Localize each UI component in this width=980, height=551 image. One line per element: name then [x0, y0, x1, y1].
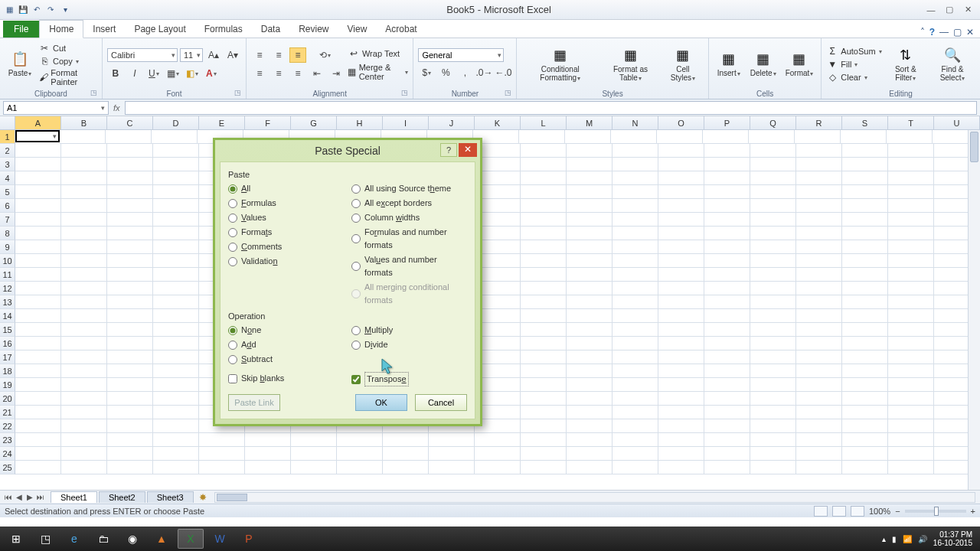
cell[interactable] — [61, 406, 107, 419]
cell[interactable] — [567, 295, 612, 309]
font-size-select[interactable]: 11 — [180, 48, 203, 62]
cell[interactable] — [658, 213, 704, 227]
cell[interactable] — [842, 309, 888, 323]
radio-column-widths[interactable]: Column widths — [351, 211, 467, 224]
cell[interactable] — [612, 323, 658, 337]
cell[interactable] — [704, 323, 750, 337]
column-header[interactable]: D — [153, 116, 199, 129]
sheet-prev-icon[interactable]: ◀ — [14, 493, 24, 501]
cell[interactable] — [153, 227, 199, 240]
sheet-tab-1[interactable]: Sheet1 — [51, 491, 97, 503]
cell[interactable] — [15, 309, 61, 323]
format-cell-button[interactable]: ▦Format▾ — [782, 49, 817, 80]
cell[interactable] — [888, 419, 934, 433]
cell[interactable] — [612, 199, 658, 213]
radio-comments-input[interactable] — [228, 243, 237, 252]
font-color-button[interactable]: A▾ — [203, 66, 220, 81]
cell[interactable] — [107, 295, 153, 309]
cell[interactable] — [842, 447, 888, 461]
cell[interactable] — [704, 213, 750, 227]
column-header[interactable]: E — [199, 116, 245, 129]
taskbar-app-1[interactable]: ◳ — [32, 529, 58, 549]
cell[interactable] — [888, 337, 934, 350]
cell[interactable] — [475, 447, 521, 461]
cell[interactable] — [888, 185, 934, 199]
cell[interactable] — [567, 378, 612, 392]
cell[interactable] — [521, 447, 567, 461]
radio-formulas-num[interactable]: Formulas and number formats — [351, 226, 467, 252]
cell[interactable] — [750, 240, 796, 254]
ok-button[interactable]: OK — [355, 394, 407, 411]
cell[interactable] — [15, 323, 61, 337]
cell[interactable] — [521, 185, 567, 199]
radio-all-input[interactable] — [228, 184, 237, 194]
cell[interactable] — [658, 337, 704, 350]
cell[interactable] — [796, 378, 842, 392]
cell[interactable] — [521, 268, 567, 282]
column-header[interactable]: R — [796, 116, 842, 129]
cell[interactable] — [888, 309, 934, 323]
radio-all[interactable]: All — [228, 182, 344, 195]
cell[interactable] — [245, 433, 291, 447]
radio-formulas-num-input[interactable] — [351, 234, 361, 243]
vscroll-thumb[interactable] — [970, 132, 978, 162]
cell[interactable] — [658, 461, 704, 474]
column-header[interactable]: S — [842, 116, 888, 129]
cell[interactable] — [106, 130, 152, 144]
cell[interactable] — [887, 130, 933, 144]
cell[interactable] — [61, 461, 107, 474]
cell-styles-button[interactable]: ▦Cell Styles▾ — [662, 45, 704, 84]
cell[interactable] — [842, 268, 888, 282]
cell[interactable] — [795, 130, 841, 144]
cell[interactable] — [750, 213, 796, 227]
new-sheet-icon[interactable]: ✸ — [196, 492, 210, 503]
cell[interactable] — [567, 185, 612, 199]
cell[interactable] — [750, 309, 796, 323]
cell[interactable] — [842, 158, 888, 171]
save-icon[interactable]: 💾 — [17, 4, 29, 16]
radio-validation[interactable]: Validation — [228, 255, 344, 268]
format-as-table-button[interactable]: ▦Format as Table▾ — [602, 45, 659, 84]
cell[interactable] — [153, 447, 199, 461]
cell[interactable] — [658, 309, 704, 323]
sheet-tab-2[interactable]: Sheet2 — [99, 491, 145, 503]
cell[interactable] — [842, 461, 888, 474]
cell[interactable] — [749, 130, 795, 144]
cell[interactable] — [704, 433, 750, 447]
cell[interactable] — [796, 350, 842, 364]
cell[interactable] — [61, 268, 107, 282]
cell[interactable] — [521, 419, 567, 433]
cell[interactable] — [750, 350, 796, 364]
cell[interactable] — [612, 392, 658, 406]
cell[interactable] — [199, 461, 245, 474]
cell[interactable] — [750, 378, 796, 392]
cell[interactable] — [199, 433, 245, 447]
zoom-slider-handle[interactable] — [934, 507, 939, 516]
cell[interactable] — [888, 364, 934, 378]
cell[interactable] — [750, 227, 796, 240]
cell[interactable] — [612, 240, 658, 254]
radio-add-input[interactable] — [228, 341, 237, 350]
cell[interactable] — [888, 254, 934, 268]
cell[interactable] — [15, 337, 61, 350]
cell[interactable] — [153, 406, 199, 419]
cell[interactable] — [107, 144, 153, 158]
cell[interactable] — [15, 419, 61, 433]
minimize-ribbon-icon[interactable]: ˄ — [920, 27, 925, 37]
page-layout-view-icon[interactable] — [832, 506, 846, 517]
decrease-decimal-icon[interactable]: ←.0 — [495, 65, 511, 80]
tab-review[interactable]: Review — [289, 21, 338, 37]
radio-add[interactable]: Add — [228, 338, 344, 351]
sheet-last-icon[interactable]: ⏭ — [35, 493, 46, 501]
cell[interactable] — [658, 295, 704, 309]
cell[interactable] — [567, 282, 612, 295]
cell[interactable] — [888, 199, 934, 213]
cell[interactable] — [750, 254, 796, 268]
cell[interactable] — [796, 185, 842, 199]
cell[interactable] — [15, 199, 61, 213]
cell[interactable] — [658, 268, 704, 282]
fill-button[interactable]: ▼Fill▾ — [826, 58, 881, 70]
cell[interactable] — [842, 406, 888, 419]
bold-button[interactable]: B — [107, 66, 124, 81]
column-header[interactable]: U — [934, 116, 980, 129]
